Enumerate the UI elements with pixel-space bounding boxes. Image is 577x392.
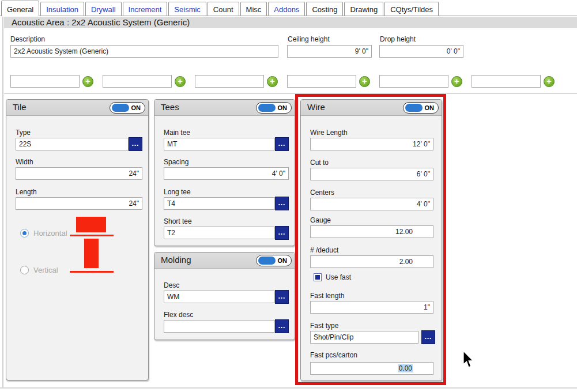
add-icon[interactable]: +	[451, 76, 462, 87]
flex-desc-label: Flex desc	[164, 311, 193, 319]
centers-input[interactable]	[310, 198, 433, 210]
tab-insulation[interactable]: Insulation	[40, 2, 84, 16]
main-tee-browse-icon[interactable]: …	[275, 137, 289, 151]
ceiling-height-input[interactable]	[287, 45, 372, 58]
tile-vertical-radio[interactable]: Vertical	[20, 266, 58, 274]
cut-to-input[interactable]	[310, 168, 433, 180]
section-divider	[4, 93, 577, 94]
radio-icon	[20, 229, 29, 238]
fast-type-browse-icon[interactable]: …	[421, 330, 435, 344]
tab-costing[interactable]: Costing	[306, 2, 343, 16]
molding-desc-browse-icon[interactable]: …	[275, 290, 289, 304]
short-tee-input[interactable]	[164, 227, 275, 239]
molding-desc-label: Desc	[164, 281, 179, 289]
add-icon[interactable]: +	[267, 76, 278, 87]
tab-addons[interactable]: Addons	[268, 2, 305, 16]
quick-add-input-3[interactable]	[195, 75, 264, 88]
wire-on-toggle[interactable]: ON	[403, 102, 439, 114]
use-fast-checkbox[interactable]: Use fast	[314, 273, 351, 281]
tile-length-input[interactable]	[16, 197, 142, 210]
add-icon[interactable]: +	[544, 76, 555, 87]
gauge-label: Gauge	[310, 216, 331, 224]
radio-icon	[20, 266, 29, 274]
tab-bar: General Insulation Drywall Increment Sei…	[0, 0, 577, 16]
toggle-on-label: ON	[425, 104, 435, 111]
toggle-pill-icon	[258, 104, 276, 112]
vertical-tile-diagram	[84, 239, 99, 268]
checkbox-icon	[314, 273, 322, 281]
tile-horizontal-radio[interactable]: Horizontal	[20, 229, 67, 238]
wire-length-input[interactable]	[310, 138, 433, 150]
tab-increment[interactable]: Increment	[123, 2, 168, 16]
wire-panel-title: Wire	[307, 102, 325, 112]
centers-label: Centers	[310, 189, 334, 197]
toggle-on-label: ON	[278, 104, 288, 111]
tees-panel-title: Tees	[161, 102, 179, 112]
quick-add-input-6[interactable]	[472, 75, 541, 88]
bottom-divider	[0, 387, 577, 389]
tile-type-input[interactable]	[16, 138, 129, 150]
wire-panel: Wire ON Wire Length Cut to Centers Gauge…	[300, 99, 442, 381]
description-label: Description	[10, 35, 45, 43]
add-icon[interactable]: +	[175, 76, 186, 87]
tab-drawing[interactable]: Drawing	[344, 2, 383, 16]
toggle-pill-icon	[258, 257, 276, 265]
ceiling-height-label: Ceiling height	[288, 35, 330, 43]
tile-panel-header: Tile ON	[6, 100, 148, 116]
fast-length-label: Fast length	[310, 292, 344, 300]
tile-length-label: Length	[16, 188, 37, 196]
quick-add-input-5[interactable]	[379, 75, 448, 88]
deduct-input[interactable]	[310, 255, 433, 268]
fast-length-input[interactable]	[310, 301, 433, 314]
short-tee-browse-icon[interactable]: …	[275, 226, 289, 240]
tile-width-input[interactable]	[16, 167, 142, 180]
fast-pcs-carton-label: Fast pcs/carton	[310, 351, 357, 359]
toggle-pill-icon	[405, 104, 423, 112]
tab-count[interactable]: Count	[208, 2, 239, 16]
add-icon[interactable]: +	[359, 76, 370, 87]
fast-type-input[interactable]	[310, 331, 418, 344]
description-input[interactable]	[10, 45, 278, 58]
page-title: Acoustic Area : 2x2 Acoustic System (Gen…	[4, 17, 577, 28]
fast-pcs-carton-input[interactable]: 0.00	[310, 362, 433, 375]
flex-desc-input[interactable]	[164, 320, 275, 333]
spacing-input[interactable]	[164, 167, 289, 180]
horizontal-tile-baseline	[70, 235, 114, 236]
tile-type-label: Type	[16, 129, 31, 137]
horizontal-radio-label: Horizontal	[33, 229, 67, 238]
tile-panel-title: Tile	[13, 102, 27, 112]
tab-drywall[interactable]: Drywall	[85, 2, 122, 16]
tab-cqtys-tildes[interactable]: CQtys/Tildes	[384, 2, 439, 16]
tile-type-browse-icon[interactable]: …	[129, 137, 142, 151]
molding-desc-input[interactable]	[164, 291, 275, 303]
toggle-on-label: ON	[131, 104, 141, 111]
flex-desc-browse-icon[interactable]: …	[275, 319, 289, 333]
mouse-cursor-icon	[462, 350, 474, 371]
long-tee-label: Long tee	[164, 188, 191, 196]
quick-add-input-2[interactable]	[103, 75, 172, 88]
long-tee-input[interactable]	[164, 197, 275, 210]
vertical-tile-baseline	[70, 271, 114, 273]
molding-panel: Molding ON Desc … Flex desc …	[154, 252, 295, 340]
molding-on-toggle[interactable]: ON	[256, 255, 292, 266]
tab-seismic[interactable]: Seismic	[168, 2, 206, 16]
gauge-input[interactable]	[310, 225, 433, 238]
drop-height-input[interactable]	[379, 45, 463, 58]
tile-width-label: Width	[16, 158, 33, 166]
tab-misc[interactable]: Misc	[240, 2, 267, 16]
short-tee-label: Short tee	[164, 217, 192, 225]
toggle-on-label: ON	[278, 257, 288, 264]
main-tee-input[interactable]	[164, 138, 275, 150]
drop-height-label: Drop height	[380, 35, 416, 43]
add-icon[interactable]: +	[82, 76, 93, 87]
tab-general[interactable]: General	[1, 1, 39, 16]
vertical-radio-label: Vertical	[33, 266, 58, 274]
tees-on-toggle[interactable]: ON	[256, 102, 292, 114]
acoustic-area-window: General Insulation Drywall Increment Sei…	[0, 0, 577, 392]
long-tee-browse-icon[interactable]: …	[275, 197, 289, 210]
molding-panel-header: Molding ON	[154, 252, 295, 269]
tile-on-toggle[interactable]: ON	[110, 102, 145, 114]
quick-add-input-4[interactable]	[287, 75, 356, 88]
cut-to-label: Cut to	[310, 159, 329, 167]
quick-add-input-1[interactable]	[10, 75, 80, 88]
